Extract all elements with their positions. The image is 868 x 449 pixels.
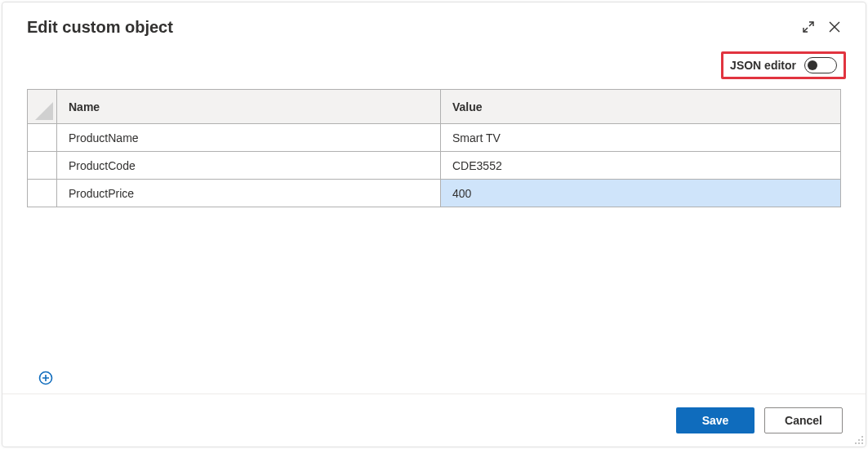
toggle-knob <box>808 60 817 70</box>
dialog-header: Edit custom object <box>2 2 866 48</box>
table-header-row: Name Value <box>28 90 841 124</box>
close-icon[interactable] <box>821 14 848 40</box>
cell-name[interactable]: ProductName <box>57 124 441 152</box>
select-all-handle[interactable] <box>28 90 57 124</box>
expand-icon[interactable] <box>795 14 821 40</box>
properties-table: Name Value ProductName Smart TV ProductC… <box>27 89 841 207</box>
svg-point-5 <box>858 442 860 444</box>
dialog-title: Edit custom object <box>27 18 795 37</box>
json-editor-highlight: JSON editor <box>721 51 846 79</box>
cell-value[interactable]: Smart TV <box>441 124 841 152</box>
column-header-name[interactable]: Name <box>57 90 441 124</box>
svg-point-1 <box>861 436 863 438</box>
svg-point-4 <box>858 439 860 441</box>
add-row-icon[interactable] <box>38 371 53 385</box>
cell-value[interactable]: 400 <box>441 180 841 207</box>
edit-custom-object-dialog: Edit custom object JSON editor <box>2 2 866 447</box>
dialog-content: Name Value ProductName Smart TV ProductC… <box>2 89 866 393</box>
table-row: ProductPrice 400 <box>28 180 841 207</box>
row-handle[interactable] <box>28 152 57 180</box>
table-row: ProductCode CDE3552 <box>28 152 841 180</box>
row-handle[interactable] <box>28 180 57 207</box>
svg-point-6 <box>855 442 857 444</box>
svg-point-2 <box>861 439 863 441</box>
column-header-value[interactable]: Value <box>441 90 841 124</box>
table-row: ProductName Smart TV <box>28 124 841 152</box>
row-handle[interactable] <box>28 124 57 152</box>
cell-name[interactable]: ProductPrice <box>57 180 441 207</box>
json-editor-toggle[interactable] <box>804 57 837 73</box>
cell-name[interactable]: ProductCode <box>57 152 441 180</box>
dialog-footer: Save Cancel <box>2 393 866 447</box>
json-editor-row: JSON editor <box>2 48 866 89</box>
json-editor-label: JSON editor <box>730 59 796 72</box>
resize-handle-icon[interactable] <box>852 433 864 445</box>
cancel-button[interactable]: Cancel <box>764 407 843 433</box>
svg-point-3 <box>861 442 863 444</box>
save-button[interactable]: Save <box>676 407 754 433</box>
cell-value[interactable]: CDE3552 <box>441 152 841 180</box>
